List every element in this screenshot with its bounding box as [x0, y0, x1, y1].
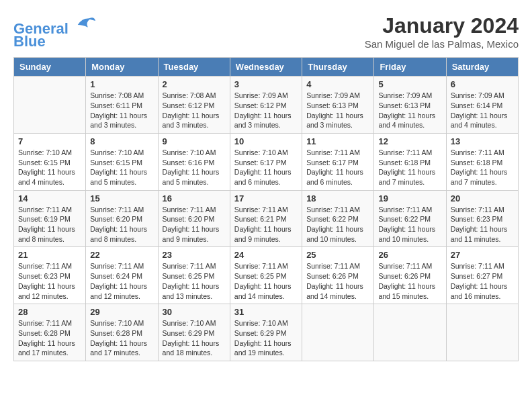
day-number: 4 [306, 79, 369, 89]
day-number: 10 [234, 136, 298, 146]
day-number: 15 [90, 193, 153, 203]
day-info: Sunrise: 7:11 AMSunset: 6:26 PMDaylight:… [378, 261, 441, 301]
calendar-day-cell: 2Sunrise: 7:08 AMSunset: 6:12 PMDaylight… [158, 77, 230, 134]
calendar-week-row: 14Sunrise: 7:11 AMSunset: 6:19 PMDayligh… [14, 190, 519, 247]
day-info: Sunrise: 7:10 AMSunset: 6:15 PMDaylight:… [90, 148, 153, 187]
day-info: Sunrise: 7:11 AMSunset: 6:23 PMDaylight:… [451, 205, 514, 244]
day-info: Sunrise: 7:11 AMSunset: 6:18 PMDaylight:… [378, 148, 441, 187]
calendar-week-row: 1Sunrise: 7:08 AMSunset: 6:11 PMDaylight… [14, 77, 519, 134]
month-title: January 2024 [365, 13, 519, 38]
calendar-day-cell: 4Sunrise: 7:09 AMSunset: 6:13 PMDaylight… [302, 77, 374, 134]
day-number: 26 [378, 250, 441, 260]
calendar-day-cell: 25Sunrise: 7:11 AMSunset: 6:26 PMDayligh… [302, 247, 374, 304]
calendar-day-cell [446, 304, 518, 361]
day-number: 30 [163, 307, 226, 317]
calendar-day-cell: 20Sunrise: 7:11 AMSunset: 6:23 PMDayligh… [446, 190, 518, 247]
day-of-week-header: Sunday [14, 58, 86, 77]
day-info: Sunrise: 7:10 AMSunset: 6:17 PMDaylight:… [234, 148, 298, 187]
day-number: 8 [90, 136, 153, 146]
logo: General Blue [13, 13, 95, 50]
day-of-week-header: Saturday [446, 58, 518, 77]
calendar-day-cell: 3Sunrise: 7:09 AMSunset: 6:12 PMDaylight… [230, 77, 302, 134]
day-info: Sunrise: 7:10 AMSunset: 6:15 PMDaylight:… [18, 148, 81, 187]
calendar-day-cell: 27Sunrise: 7:11 AMSunset: 6:27 PMDayligh… [446, 247, 518, 304]
day-info: Sunrise: 7:08 AMSunset: 6:11 PMDaylight:… [90, 91, 153, 130]
title-block: January 2024 San Miguel de las Palmas, M… [365, 13, 519, 50]
calendar-table: SundayMondayTuesdayWednesdayThursdayFrid… [13, 57, 519, 361]
calendar-day-cell: 22Sunrise: 7:11 AMSunset: 6:24 PMDayligh… [86, 247, 158, 304]
day-info: Sunrise: 7:09 AMSunset: 6:13 PMDaylight:… [306, 91, 369, 130]
day-number: 31 [234, 307, 298, 317]
day-info: Sunrise: 7:11 AMSunset: 6:17 PMDaylight:… [306, 148, 369, 187]
day-info: Sunrise: 7:11 AMSunset: 6:25 PMDaylight:… [163, 261, 226, 301]
calendar-day-cell: 30Sunrise: 7:10 AMSunset: 6:29 PMDayligh… [158, 304, 230, 361]
day-number: 11 [306, 136, 369, 146]
day-info: Sunrise: 7:09 AMSunset: 6:13 PMDaylight:… [378, 91, 441, 130]
day-info: Sunrise: 7:11 AMSunset: 6:22 PMDaylight:… [306, 205, 369, 244]
calendar-day-cell: 28Sunrise: 7:11 AMSunset: 6:28 PMDayligh… [14, 304, 86, 361]
day-info: Sunrise: 7:11 AMSunset: 6:18 PMDaylight:… [451, 148, 514, 187]
day-number: 9 [163, 136, 226, 146]
calendar-day-cell: 13Sunrise: 7:11 AMSunset: 6:18 PMDayligh… [446, 133, 518, 190]
day-info: Sunrise: 7:09 AMSunset: 6:14 PMDaylight:… [451, 91, 514, 130]
day-info: Sunrise: 7:10 AMSunset: 6:29 PMDaylight:… [163, 318, 226, 358]
day-number: 24 [234, 250, 298, 260]
calendar-day-cell: 10Sunrise: 7:10 AMSunset: 6:17 PMDayligh… [230, 133, 302, 190]
day-info: Sunrise: 7:08 AMSunset: 6:12 PMDaylight:… [163, 91, 226, 130]
calendar-day-cell: 5Sunrise: 7:09 AMSunset: 6:13 PMDaylight… [374, 77, 446, 134]
calendar-day-cell [302, 304, 374, 361]
day-of-week-header: Monday [86, 58, 158, 77]
calendar-day-cell: 15Sunrise: 7:11 AMSunset: 6:20 PMDayligh… [86, 190, 158, 247]
day-info: Sunrise: 7:10 AMSunset: 6:29 PMDaylight:… [234, 318, 298, 358]
day-number: 17 [234, 193, 298, 203]
calendar-day-cell: 14Sunrise: 7:11 AMSunset: 6:19 PMDayligh… [14, 190, 86, 247]
day-of-week-header: Tuesday [158, 58, 230, 77]
calendar-day-cell: 8Sunrise: 7:10 AMSunset: 6:15 PMDaylight… [86, 133, 158, 190]
calendar-week-row: 21Sunrise: 7:11 AMSunset: 6:23 PMDayligh… [14, 247, 519, 304]
calendar-day-cell: 26Sunrise: 7:11 AMSunset: 6:26 PMDayligh… [374, 247, 446, 304]
day-number: 7 [18, 136, 81, 146]
day-info: Sunrise: 7:11 AMSunset: 6:23 PMDaylight:… [18, 261, 81, 301]
day-info: Sunrise: 7:11 AMSunset: 6:19 PMDaylight:… [18, 205, 81, 244]
logo-bird-icon [75, 13, 95, 34]
calendar-day-cell: 9Sunrise: 7:10 AMSunset: 6:16 PMDaylight… [158, 133, 230, 190]
calendar-day-cell: 18Sunrise: 7:11 AMSunset: 6:22 PMDayligh… [302, 190, 374, 247]
day-number: 2 [163, 79, 226, 89]
day-number: 29 [90, 307, 153, 317]
day-info: Sunrise: 7:11 AMSunset: 6:20 PMDaylight:… [90, 205, 153, 244]
day-number: 20 [451, 193, 514, 203]
day-number: 16 [163, 193, 226, 203]
calendar-day-cell: 23Sunrise: 7:11 AMSunset: 6:25 PMDayligh… [158, 247, 230, 304]
day-number: 14 [18, 193, 81, 203]
day-info: Sunrise: 7:10 AMSunset: 6:16 PMDaylight:… [163, 148, 226, 187]
day-info: Sunrise: 7:10 AMSunset: 6:28 PMDaylight:… [90, 318, 153, 358]
day-number: 25 [306, 250, 369, 260]
calendar-day-cell: 11Sunrise: 7:11 AMSunset: 6:17 PMDayligh… [302, 133, 374, 190]
day-number: 27 [451, 250, 514, 260]
day-number: 18 [306, 193, 369, 203]
calendar-day-cell: 21Sunrise: 7:11 AMSunset: 6:23 PMDayligh… [14, 247, 86, 304]
day-number: 23 [163, 250, 226, 260]
calendar-week-row: 28Sunrise: 7:11 AMSunset: 6:28 PMDayligh… [14, 304, 519, 361]
day-number: 6 [451, 79, 514, 89]
day-of-week-header: Thursday [302, 58, 374, 77]
day-number: 19 [378, 193, 441, 203]
day-number: 22 [90, 250, 153, 260]
day-number: 3 [234, 79, 298, 89]
calendar-day-cell: 24Sunrise: 7:11 AMSunset: 6:25 PMDayligh… [230, 247, 302, 304]
calendar-day-cell: 17Sunrise: 7:11 AMSunset: 6:21 PMDayligh… [230, 190, 302, 247]
day-number: 12 [378, 136, 441, 146]
day-info: Sunrise: 7:11 AMSunset: 6:22 PMDaylight:… [378, 205, 441, 244]
day-of-week-header: Wednesday [230, 58, 302, 77]
day-number: 21 [18, 250, 81, 260]
calendar-header-row: SundayMondayTuesdayWednesdayThursdayFrid… [14, 58, 519, 77]
day-info: Sunrise: 7:11 AMSunset: 6:28 PMDaylight:… [18, 318, 81, 358]
day-info: Sunrise: 7:11 AMSunset: 6:26 PMDaylight:… [306, 261, 369, 301]
day-info: Sunrise: 7:11 AMSunset: 6:24 PMDaylight:… [90, 261, 153, 301]
day-number: 1 [90, 79, 153, 89]
calendar-day-cell: 1Sunrise: 7:08 AMSunset: 6:11 PMDaylight… [86, 77, 158, 134]
day-info: Sunrise: 7:11 AMSunset: 6:25 PMDaylight:… [234, 261, 298, 301]
calendar-day-cell: 16Sunrise: 7:11 AMSunset: 6:20 PMDayligh… [158, 190, 230, 247]
day-number: 28 [18, 307, 81, 317]
calendar-day-cell: 19Sunrise: 7:11 AMSunset: 6:22 PMDayligh… [374, 190, 446, 247]
